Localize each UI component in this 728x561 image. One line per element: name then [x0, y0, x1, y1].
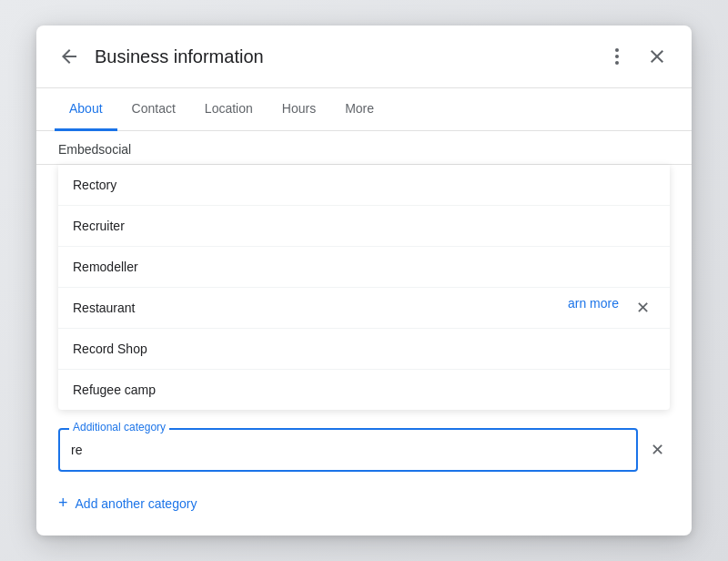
input-clear-button[interactable]: ✕ [645, 434, 670, 465]
tab-contact[interactable]: Contact [117, 88, 190, 131]
learn-more-area: arn more [568, 295, 619, 311]
back-button[interactable] [55, 42, 84, 71]
modal-content: Embedsocial Rectory Recruiter Remodeller… [36, 131, 692, 527]
tab-hours[interactable]: Hours [268, 88, 330, 131]
existing-category-clear: ✕ [631, 292, 655, 323]
tab-about[interactable]: About [55, 88, 117, 131]
input-field-label: Additional category [69, 421, 169, 434]
close-button[interactable] [641, 40, 673, 73]
dropdown-item-record-shop[interactable]: Record Shop [58, 329, 670, 370]
svg-point-2 [615, 61, 619, 65]
existing-category-clear-button[interactable]: ✕ [631, 292, 655, 323]
partial-text-value: Embedsocial [58, 142, 131, 157]
dropdown-suggestions: Rectory Recruiter Remodeller Restaurant … [58, 165, 670, 410]
tab-location[interactable]: Location [190, 88, 268, 131]
dropdown-item-rectory[interactable]: Rectory [58, 165, 670, 206]
svg-point-1 [615, 55, 619, 58]
add-another-category-button[interactable]: + Add another category [36, 483, 218, 527]
dropdown-item-refugee-camp[interactable]: Refugee camp [58, 370, 670, 410]
dropdown-item-recruiter[interactable]: Recruiter [58, 206, 670, 247]
more-options-button[interactable] [601, 40, 633, 73]
header-actions [601, 40, 673, 73]
svg-point-0 [615, 48, 619, 52]
additional-category-input-wrapper: Additional category [58, 428, 638, 472]
business-info-modal: Business information About Contact Locat… [36, 26, 692, 536]
additional-category-section: Additional category ✕ [36, 417, 692, 483]
add-category-label: Add another category [76, 496, 197, 511]
tab-more[interactable]: More [330, 88, 389, 131]
partial-category-text: Embedsocial [36, 131, 692, 165]
dropdown-item-remodeller[interactable]: Remodeller [58, 247, 670, 288]
learn-more-link[interactable]: arn more [568, 296, 619, 311]
modal-header: Business information [36, 26, 692, 88]
add-category-icon: + [58, 494, 68, 513]
additional-category-input[interactable] [60, 430, 636, 470]
tabs-bar: About Contact Location Hours More [36, 88, 692, 131]
modal-title: Business information [95, 46, 590, 67]
